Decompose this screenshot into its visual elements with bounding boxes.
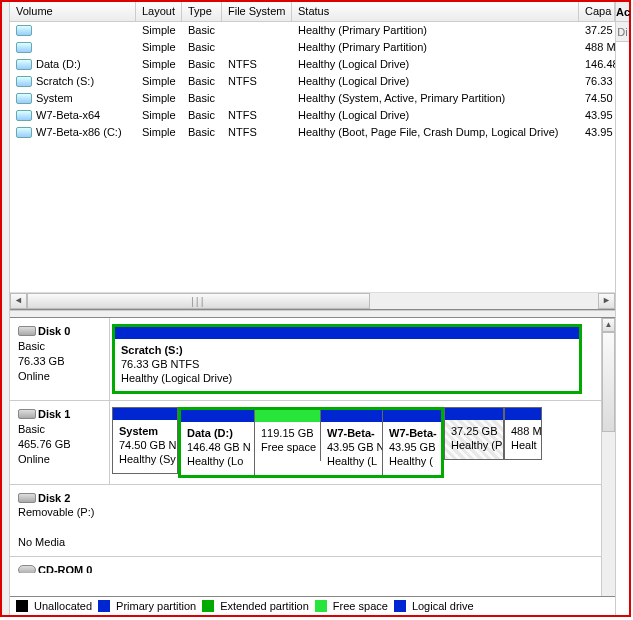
legend-label: Logical drive xyxy=(412,600,474,612)
disk-label[interactable]: CD-ROM 0 xyxy=(10,557,110,573)
cell-fs: NTFS xyxy=(222,107,292,124)
cell-layout: Simple xyxy=(136,22,182,39)
disk-icon xyxy=(18,493,36,503)
cell-type: Basic xyxy=(182,124,222,141)
col-type[interactable]: Type xyxy=(182,2,222,21)
swatch-unallocated-icon xyxy=(16,600,28,612)
col-volume[interactable]: Volume xyxy=(10,2,136,21)
volume-block[interactable]: W7-Beta-43.95 GBHealthy ( xyxy=(383,410,441,474)
cell-layout: Simple xyxy=(136,90,182,107)
cell-layout: Simple xyxy=(136,56,182,73)
cell-layout: Simple xyxy=(136,73,182,90)
table-row[interactable]: W7-Beta-x64SimpleBasicNTFSHealthy (Logic… xyxy=(10,107,615,124)
legend-label: Primary partition xyxy=(116,600,196,612)
scroll-up-icon[interactable]: ▲ xyxy=(602,318,615,332)
right-tab[interactable]: Di xyxy=(616,22,629,42)
legend: Unallocated Primary partition Extended p… xyxy=(10,596,615,615)
volume-block[interactable]: 488 MHealt xyxy=(504,407,542,460)
volume-name: Scratch (S:) xyxy=(121,344,573,358)
cell-capacity: 488 M xyxy=(579,39,615,56)
disk-label[interactable]: Disk 1 Basic 465.76 GB Online xyxy=(10,401,110,483)
table-row[interactable]: Scratch (S:)SimpleBasicNTFSHealthy (Logi… xyxy=(10,73,615,90)
volume-block[interactable]: W7-Beta-43.95 GB NHealthy (L xyxy=(321,410,383,474)
h-scrollbar[interactable]: ◄ ||| ► xyxy=(10,292,615,309)
cell-type: Basic xyxy=(182,22,222,39)
cell-status: Healthy (Boot, Page File, Crash Dump, Lo… xyxy=(292,124,579,141)
volume-block[interactable]: Data (D:)146.48 GB NHealthy (Lo xyxy=(181,410,255,474)
disk-label[interactable]: Disk 2 Removable (P:) No Media xyxy=(10,485,110,556)
cell-fs: NTFS xyxy=(222,56,292,73)
disk-row: Disk 0 Basic 76.33 GB Online Scratch (S:… xyxy=(10,318,601,401)
disk-size: 465.76 GB xyxy=(18,438,71,450)
cell-status: Healthy (System, Active, Primary Partiti… xyxy=(292,90,579,107)
cdrom-icon xyxy=(18,565,36,573)
cell-fs: NTFS xyxy=(222,73,292,90)
disk-row: CD-ROM 0 xyxy=(10,557,601,573)
volume-name: Scratch (S:) xyxy=(36,75,94,87)
volume-icon xyxy=(16,93,32,104)
disk-title: CD-ROM 0 xyxy=(38,564,92,573)
pane-divider[interactable] xyxy=(10,310,615,318)
col-capacity[interactable]: Capa xyxy=(579,2,615,21)
disk-type: Basic xyxy=(18,423,45,435)
volume-block[interactable]: Scratch (S:) 76.33 GB NTFS Healthy (Logi… xyxy=(115,327,579,391)
v-scrollbar[interactable]: ▲ ▼ xyxy=(601,318,615,615)
v-scroll-thumb[interactable] xyxy=(602,332,615,432)
volume-size: 76.33 GB NTFS xyxy=(121,358,573,372)
table-row[interactable]: SimpleBasicHealthy (Primary Partition)48… xyxy=(10,39,615,56)
table-row[interactable]: SimpleBasicHealthy (Primary Partition)37… xyxy=(10,22,615,39)
cell-status: Healthy (Logical Drive) xyxy=(292,107,579,124)
cell-capacity: 43.95 xyxy=(579,107,615,124)
table-row[interactable]: Data (D:)SimpleBasicNTFSHealthy (Logical… xyxy=(10,56,615,73)
volume-status: Healthy (Logical Drive) xyxy=(121,372,573,386)
disk-label[interactable]: Disk 0 Basic 76.33 GB Online xyxy=(10,318,110,400)
volume-block[interactable]: System74.50 GB NHealthy (Sy xyxy=(112,407,178,473)
volume-bar xyxy=(115,327,579,339)
volume-icon xyxy=(16,110,32,121)
legend-label: Unallocated xyxy=(34,600,92,612)
cell-fs xyxy=(222,90,292,107)
volume-block[interactable]: 37.25 GBHealthy (P xyxy=(444,407,504,460)
cell-capacity: 76.33 xyxy=(579,73,615,90)
cell-layout: Simple xyxy=(136,107,182,124)
col-layout[interactable]: Layout xyxy=(136,2,182,21)
table-row[interactable]: W7-Beta-x86 (C:)SimpleBasicNTFSHealthy (… xyxy=(10,124,615,141)
volume-icon xyxy=(16,59,32,70)
scroll-right-icon[interactable]: ► xyxy=(598,293,615,309)
swatch-extended-icon xyxy=(202,600,214,612)
disk-icon xyxy=(18,326,36,336)
volume-block[interactable]: 119.15 GBFree space xyxy=(255,410,321,461)
cell-layout: Simple xyxy=(136,39,182,56)
table-row[interactable]: SystemSimpleBasicHealthy (System, Active… xyxy=(10,90,615,107)
disk-row: Disk 2 Removable (P:) No Media xyxy=(10,485,601,557)
legend-label: Extended partition xyxy=(220,600,309,612)
swatch-free-icon xyxy=(315,600,327,612)
disk-row: Disk 1 Basic 465.76 GB Online System74.5… xyxy=(10,401,601,484)
disk-type: Basic xyxy=(18,340,45,352)
cell-type: Basic xyxy=(182,39,222,56)
disk-title: Disk 2 xyxy=(38,492,70,504)
volume-name: System xyxy=(36,92,73,104)
cell-type: Basic xyxy=(182,56,222,73)
volume-name: W7-Beta-x64 xyxy=(36,109,100,121)
col-status[interactable]: Status xyxy=(292,2,579,21)
disk-title: Disk 0 xyxy=(38,325,70,337)
volume-icon xyxy=(16,127,32,138)
cell-fs: NTFS xyxy=(222,124,292,141)
cell-fs xyxy=(222,39,292,56)
legend-label: Free space xyxy=(333,600,388,612)
disk-state: Online xyxy=(18,453,50,465)
disk-size: 76.33 GB xyxy=(18,355,64,367)
cell-capacity: 43.95 xyxy=(579,124,615,141)
cell-layout: Simple xyxy=(136,124,182,141)
cell-status: Healthy (Logical Drive) xyxy=(292,56,579,73)
cell-capacity: 37.25 xyxy=(579,22,615,39)
right-tab[interactable]: Ac xyxy=(616,2,629,22)
left-gutter xyxy=(2,2,10,615)
volume-list-header: Volume Layout Type File System Status Ca… xyxy=(10,2,615,22)
scroll-left-icon[interactable]: ◄ xyxy=(10,293,27,309)
right-gutter: Ac Di xyxy=(615,2,629,615)
h-scroll-thumb[interactable]: ||| xyxy=(27,293,370,309)
main-panel: Volume Layout Type File System Status Ca… xyxy=(10,2,615,615)
col-filesystem[interactable]: File System xyxy=(222,2,292,21)
